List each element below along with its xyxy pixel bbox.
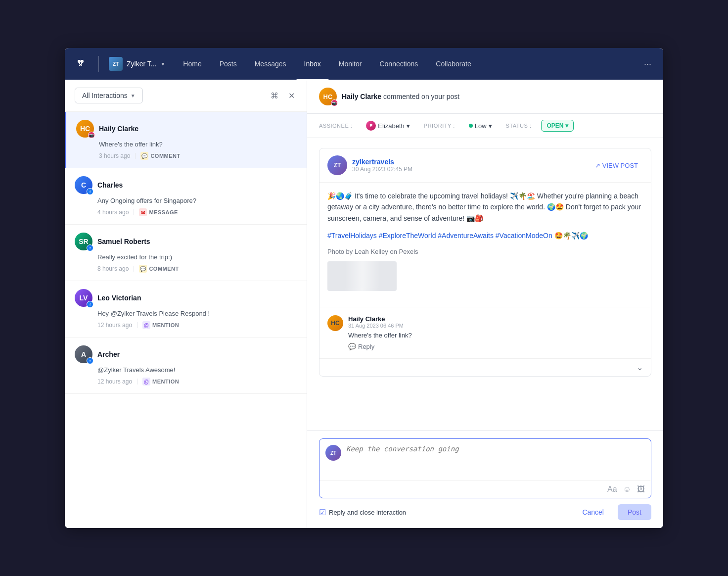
checkbox-icon: ☑ — [319, 508, 326, 517]
instagram-indicator-icon: 📷 — [331, 99, 338, 106]
item-header: C f Charles — [75, 176, 297, 194]
nav-inbox[interactable]: Inbox — [296, 56, 329, 72]
top-nav: ZT Zylker T... ▼ Home Posts Messages Inb… — [65, 48, 663, 80]
item-message: Really excited for the trip:) — [97, 253, 297, 261]
item-type-badge: @ MENTION — [142, 378, 179, 385]
meta-divider — [134, 209, 134, 215]
reply-label: Reply — [358, 343, 374, 350]
interaction-item[interactable]: C f Charles Any Ongoing offers for Singa… — [65, 168, 307, 225]
reply-brand-avatar: ZT — [325, 445, 341, 461]
brand-selector[interactable]: ZT Zylker T... ▼ — [109, 57, 165, 71]
item-type-badge: ✉ MESSAGE — [139, 208, 178, 216]
avatar: HC 📷 — [76, 120, 94, 138]
notification-text: Haily Clarke commented on your post — [342, 93, 459, 100]
type-label: COMMENT — [150, 153, 180, 159]
comment-section: HC Haily Clarke 31 Aug 2023 06:46 PM Whe… — [319, 307, 651, 358]
nav-monitor[interactable]: Monitor — [331, 56, 370, 72]
item-header: HC 📷 Haily Clarke — [76, 120, 297, 138]
status-chevron-icon: ▾ — [565, 122, 568, 129]
nav-divider — [98, 56, 99, 72]
app-logo-icon — [73, 56, 89, 72]
footer-actions: ☑ Reply and close interaction Cancel Pos… — [319, 504, 651, 520]
collapse-button[interactable]: ⌄ — [637, 363, 643, 372]
avatar: C f — [75, 176, 92, 194]
status-value: OPEN — [546, 122, 563, 129]
reply-button[interactable]: 💬 Reply — [348, 343, 643, 350]
item-name: Samuel Roberts — [97, 238, 150, 245]
avatar: A f — [75, 345, 92, 363]
reply-text-input[interactable] — [346, 445, 645, 475]
assignee-name: Elizabeth — [378, 122, 404, 130]
item-message: Any Ongoing offers for Singapore? — [97, 197, 297, 204]
post-text: 🎉🌏🧳 It's time to celebrate the upcoming … — [327, 191, 643, 224]
item-header: SR f Samuel Roberts — [75, 233, 297, 250]
nav-collaborate[interactable]: Collaborate — [428, 56, 479, 72]
view-post-label: VIEW POST — [602, 162, 638, 169]
interaction-item[interactable]: SR f Samuel Roberts Really excited for t… — [65, 225, 307, 281]
image-attach-icon[interactable]: 🖼 — [637, 485, 645, 494]
item-message: Hey @Zylker Travels Please Respond ! — [97, 310, 297, 317]
meta-divider — [134, 266, 134, 272]
comment: HC Haily Clarke 31 Aug 2023 06:46 PM Whe… — [327, 315, 643, 350]
post-card: ZT zylkertravels 30 Aug 2023 02:45 PM ↗ … — [319, 148, 651, 377]
priority-chevron-icon: ▾ — [489, 122, 492, 130]
comment-type-icon: 💬 — [139, 265, 147, 273]
item-time: 12 hours ago — [97, 378, 132, 385]
reply-toolbar: Aa ☺ 🖼 — [319, 480, 651, 498]
app-window: ZT Zylker T... ▼ Home Posts Messages Inb… — [65, 48, 663, 528]
item-name: Haily Clarke — [99, 125, 138, 133]
item-time: 12 hours ago — [97, 322, 132, 329]
reply-close-checkbox[interactable]: ☑ Reply and close interaction — [319, 508, 406, 517]
interaction-item[interactable]: A f Archer @Zylker Travels Awesome! 12 h… — [65, 337, 307, 394]
item-time: 8 hours ago — [97, 265, 129, 272]
post-author-info: zylkertravels 30 Aug 2023 02:45 PM — [352, 158, 412, 173]
item-meta: 4 hours ago ✉ MESSAGE — [97, 208, 297, 216]
assignee-chevron-icon: ▾ — [407, 122, 410, 130]
facebook-badge-icon: f — [87, 188, 93, 195]
assignee-selector[interactable]: E Elizabeth ▾ — [362, 119, 413, 133]
item-type-badge: 💬 COMMENT — [140, 152, 180, 160]
comment-author-name: Haily Clarke — [348, 315, 643, 323]
emoji-icon[interactable]: ☺ — [623, 485, 631, 494]
meta-divider — [135, 153, 136, 159]
type-label: MESSAGE — [149, 209, 178, 215]
filter-icon[interactable]: ⌘ — [269, 89, 280, 102]
nav-posts[interactable]: Posts — [212, 56, 245, 72]
post-author-avatar: ZT — [327, 155, 347, 175]
item-header: LV f Leo Victorian — [75, 289, 297, 307]
post-card-footer: ⌄ — [319, 358, 651, 376]
assignee-label: ASSIGNEE : — [319, 123, 352, 129]
item-meta: 3 hours ago 💬 COMMENT — [99, 152, 297, 160]
view-post-button[interactable]: ↗ VIEW POST — [590, 159, 643, 172]
item-name: Archer — [97, 350, 120, 358]
interaction-item[interactable]: LV f Leo Victorian Hey @Zylker Travels P… — [65, 281, 307, 337]
nav-home[interactable]: Home — [175, 56, 209, 72]
nav-connections[interactable]: Connections — [371, 56, 426, 72]
comment-date: 31 Aug 2023 06:46 PM — [348, 323, 643, 329]
instagram-badge-icon: 📷 — [88, 132, 95, 139]
notification-avatar: HC 📷 — [319, 88, 337, 105]
right-panel-header: HC 📷 Haily Clarke commented on your post — [307, 80, 663, 114]
external-link-icon: ↗ — [595, 162, 600, 169]
item-time: 3 hours ago — [99, 152, 130, 159]
avatar: LV f — [75, 289, 92, 307]
status-badge[interactable]: OPEN ▾ — [541, 120, 574, 132]
close-icon[interactable]: ✕ — [286, 89, 297, 102]
post-button[interactable]: Post — [618, 504, 651, 520]
nav-more-icon[interactable]: ··· — [640, 55, 655, 73]
brand-chevron-icon: ▼ — [160, 61, 165, 67]
post-image — [327, 261, 397, 291]
cancel-button[interactable]: Cancel — [574, 504, 612, 520]
facebook-badge-icon: f — [87, 244, 93, 251]
format-text-icon[interactable]: Aa — [607, 485, 617, 494]
interaction-item[interactable]: HC 📷 Haily Clarke Where's the offer link… — [65, 112, 307, 168]
reply-input-row: ZT — [319, 439, 651, 480]
filter-dropdown[interactable]: All Interactions ▼ — [75, 88, 143, 103]
priority-selector[interactable]: Low ▾ — [465, 120, 496, 132]
notification-user: Haily Clarke — [342, 93, 381, 100]
nav-messages[interactable]: Messages — [247, 56, 294, 72]
comment-avatar: HC — [327, 315, 343, 331]
item-name: Charles — [97, 181, 123, 189]
post-date: 30 Aug 2023 02:45 PM — [352, 166, 412, 173]
item-meta: 8 hours ago 💬 COMMENT — [97, 265, 297, 273]
